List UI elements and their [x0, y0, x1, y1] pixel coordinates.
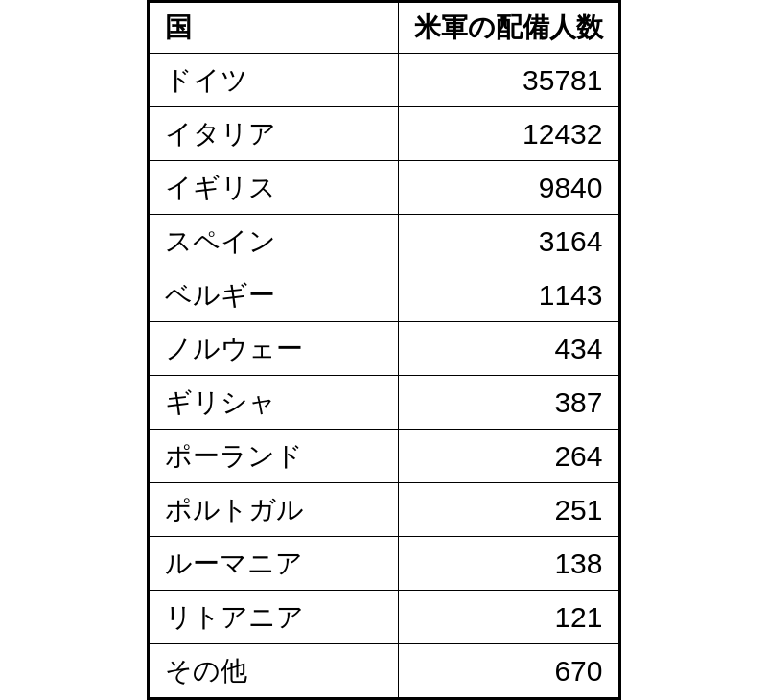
number-cell: 1143 — [398, 268, 618, 322]
number-cell: 387 — [398, 376, 618, 430]
country-cell: ドイツ — [149, 54, 398, 107]
country-cell: ポーランド — [149, 430, 398, 483]
number-cell: 35781 — [398, 54, 618, 107]
number-cell: 9840 — [398, 161, 618, 215]
table-row: ノルウェー434 — [149, 322, 618, 376]
table-row: その他670 — [149, 644, 618, 698]
number-cell: 121 — [398, 591, 618, 644]
table-row: スペイン3164 — [149, 215, 618, 268]
country-cell: ベルギー — [149, 268, 398, 322]
country-cell: スペイン — [149, 215, 398, 268]
table-row: ポーランド264 — [149, 430, 618, 483]
table-row: イギリス9840 — [149, 161, 618, 215]
country-cell: ギリシャ — [149, 376, 398, 430]
number-cell: 434 — [398, 322, 618, 376]
country-cell: ポルトガル — [149, 483, 398, 537]
table-row: ベルギー1143 — [149, 268, 618, 322]
number-cell: 3164 — [398, 215, 618, 268]
table-row: ポルトガル251 — [149, 483, 618, 537]
col-number-header: 米軍の配備人数 — [398, 3, 618, 54]
country-cell: イタリア — [149, 107, 398, 161]
table-row: ギリシャ387 — [149, 376, 618, 430]
col-country-header: 国 — [149, 3, 398, 54]
country-cell: ルーマニア — [149, 537, 398, 591]
table-row: イタリア12432 — [149, 107, 618, 161]
table-header-row: 国 米軍の配備人数 — [149, 3, 618, 54]
country-cell: イギリス — [149, 161, 398, 215]
number-cell: 251 — [398, 483, 618, 537]
table-row: リトアニア121 — [149, 591, 618, 644]
country-cell: リトアニア — [149, 591, 398, 644]
data-table: 国 米軍の配備人数 ドイツ35781イタリア12432イギリス9840スペイン3… — [147, 0, 621, 700]
number-cell: 670 — [398, 644, 618, 698]
table-row: ドイツ35781 — [149, 54, 618, 107]
number-cell: 12432 — [398, 107, 618, 161]
country-cell: その他 — [149, 644, 398, 698]
table-row: ルーマニア138 — [149, 537, 618, 591]
number-cell: 264 — [398, 430, 618, 483]
country-cell: ノルウェー — [149, 322, 398, 376]
number-cell: 138 — [398, 537, 618, 591]
